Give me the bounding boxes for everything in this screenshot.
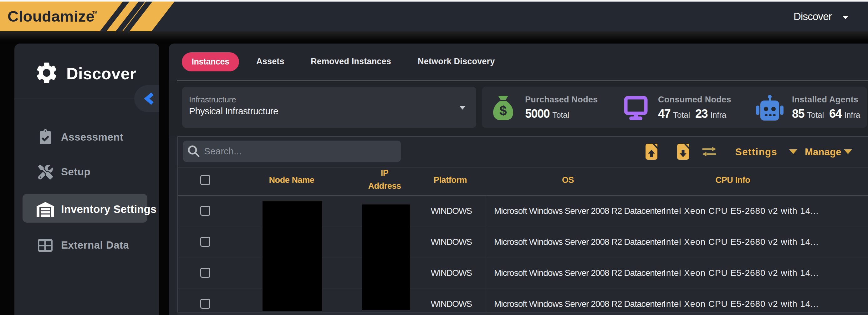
svg-text:TM: TM [92, 11, 97, 15]
svg-text:$: $ [499, 103, 506, 118]
svg-text:Cloudamize: Cloudamize [7, 8, 94, 25]
